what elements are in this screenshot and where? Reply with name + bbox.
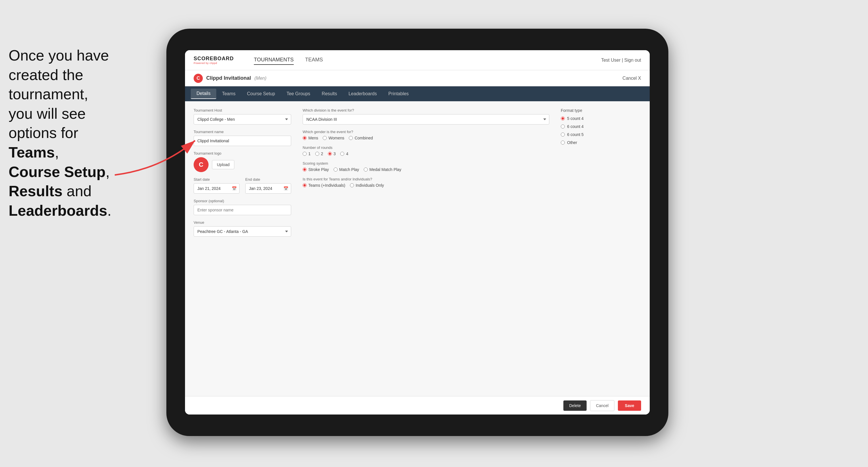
calendar-icon-end: 📅 xyxy=(283,186,288,191)
tab-printables[interactable]: Printables xyxy=(383,89,414,99)
end-date-field: End date 📅 xyxy=(245,177,291,194)
tournament-host-select[interactable]: Clippd College - Men xyxy=(194,114,291,124)
scoring-medal[interactable]: Medal Match Play xyxy=(364,167,401,172)
division-select[interactable]: NCAA Division III xyxy=(303,114,549,124)
col-right: Format type 5 count 4 6 count 4 6 count … xyxy=(561,108,641,389)
delete-button[interactable]: Delete xyxy=(563,400,586,411)
tournament-host-label: Tournament Host xyxy=(194,108,291,113)
teams-individuals[interactable]: Teams (+Individuals) xyxy=(303,183,345,188)
format-6count5[interactable]: 6 count 5 xyxy=(561,132,641,137)
gender-label: Which gender is the event for? xyxy=(303,130,549,134)
venue-select[interactable]: Peachtree GC - Atlanta - GA xyxy=(194,226,291,237)
tab-course-setup[interactable]: Course Setup xyxy=(241,89,281,99)
format-type-label: Format type xyxy=(561,108,641,113)
intro-text: Once you have created the tournament, yo… xyxy=(0,40,138,226)
end-date-wrap: 📅 xyxy=(245,183,291,194)
upload-button[interactable]: Upload xyxy=(212,160,235,169)
format-other[interactable]: Other xyxy=(561,140,641,145)
col-middle: Which division is the event for? NCAA Di… xyxy=(303,108,549,389)
col-left: Tournament Host Clippd College - Men Tou… xyxy=(194,108,291,389)
rounds-4[interactable]: 4 xyxy=(340,152,348,156)
gender-radio-group: Mens Womens Combined xyxy=(303,136,549,140)
save-button[interactable]: Save xyxy=(618,400,641,411)
tournament-logo-field: Tournament logo C Upload xyxy=(194,151,291,172)
start-date-wrap: 📅 xyxy=(194,183,240,194)
rounds-3[interactable]: 3 xyxy=(328,152,336,156)
top-nav: SCOREBOARD Powered by clippd TOURNAMENTS… xyxy=(185,50,650,70)
format-6count4[interactable]: 6 count 4 xyxy=(561,124,641,129)
start-date-label: Start date xyxy=(194,177,240,182)
format-5count4[interactable]: 5 count 4 xyxy=(561,116,641,121)
scoring-field: Scoring system Stroke Play Match Play Me… xyxy=(303,161,549,172)
sponsor-label: Sponsor (optional) xyxy=(194,199,291,203)
user-area[interactable]: Test User | Sign out xyxy=(601,58,641,63)
tablet-screen: SCOREBOARD Powered by clippd TOURNAMENTS… xyxy=(185,50,650,414)
tournament-name-input[interactable] xyxy=(194,136,291,146)
division-field: Which division is the event for? NCAA Di… xyxy=(303,108,549,124)
action-bar: Delete Cancel Save xyxy=(185,396,650,414)
end-date-label: End date xyxy=(245,177,291,182)
team-individual-field: Is this event for Teams and/or Individua… xyxy=(303,177,549,188)
logo-upload-area: C Upload xyxy=(194,157,291,172)
tournament-name-label: Tournament name xyxy=(194,130,291,134)
cancel-x-button[interactable]: Cancel X xyxy=(622,76,641,81)
tab-tee-groups[interactable]: Tee Groups xyxy=(281,89,316,99)
venue-label: Venue xyxy=(194,220,291,225)
nav-tournaments[interactable]: TOURNAMENTS xyxy=(254,55,294,65)
gender-womens[interactable]: Womens xyxy=(323,136,344,140)
sub-header: C Clippd Invitational (Men) Cancel X xyxy=(185,70,650,86)
sponsor-field: Sponsor (optional) xyxy=(194,199,291,215)
scoring-match[interactable]: Match Play xyxy=(334,167,359,172)
division-label: Which division is the event for? xyxy=(303,108,549,113)
scoring-label: Scoring system xyxy=(303,161,549,165)
calendar-icon: 📅 xyxy=(232,186,237,191)
form-area: Tournament Host Clippd College - Men Tou… xyxy=(185,101,650,396)
rounds-field: Number of rounds 1 2 3 xyxy=(303,146,549,156)
gender-combined[interactable]: Combined xyxy=(349,136,373,140)
cancel-button[interactable]: Cancel xyxy=(590,400,615,411)
tab-details[interactable]: Details xyxy=(191,89,216,99)
sponsor-input[interactable] xyxy=(194,205,291,215)
tab-results[interactable]: Results xyxy=(316,89,343,99)
gender-field: Which gender is the event for? Mens Wome… xyxy=(303,130,549,140)
individuals-only[interactable]: Individuals Only xyxy=(350,183,384,188)
tournament-icon: C xyxy=(194,74,203,83)
venue-field: Venue Peachtree GC - Atlanta - GA xyxy=(194,220,291,237)
tournament-name-field: Tournament name xyxy=(194,130,291,146)
rounds-radio-group: 1 2 3 4 xyxy=(303,152,549,156)
scoring-stroke[interactable]: Stroke Play xyxy=(303,167,329,172)
scoring-radio-group: Stroke Play Match Play Medal Match Play xyxy=(303,167,549,172)
tournament-name: Clippd Invitational xyxy=(206,75,251,81)
team-individual-radio-group: Teams (+Individuals) Individuals Only xyxy=(303,183,549,188)
main-content: Tournament Host Clippd College - Men Tou… xyxy=(185,101,650,414)
logo-circle: C xyxy=(194,157,209,172)
tournament-logo-label: Tournament logo xyxy=(194,151,291,155)
rounds-2[interactable]: 2 xyxy=(315,152,323,156)
start-date-field: Start date 📅 xyxy=(194,177,240,194)
tournament-type: (Men) xyxy=(254,76,267,81)
tab-teams[interactable]: Teams xyxy=(216,89,241,99)
tab-leaderboards[interactable]: Leaderboards xyxy=(343,89,383,99)
rounds-1[interactable]: 1 xyxy=(303,152,311,156)
tab-bar: Details Teams Course Setup Tee Groups Re… xyxy=(185,86,650,101)
tournament-host-field: Tournament Host Clippd College - Men xyxy=(194,108,291,124)
team-individual-label: Is this event for Teams and/or Individua… xyxy=(303,177,549,181)
main-nav: TOURNAMENTS TEAMS xyxy=(254,55,323,65)
date-row: Start date 📅 End date 📅 xyxy=(194,177,291,194)
nav-teams[interactable]: TEAMS xyxy=(305,55,323,65)
tablet-frame: SCOREBOARD Powered by clippd TOURNAMENTS… xyxy=(166,29,669,436)
gender-mens[interactable]: Mens xyxy=(303,136,318,140)
rounds-label: Number of rounds xyxy=(303,146,549,150)
logo: SCOREBOARD Powered by clippd xyxy=(194,56,234,65)
tournament-title-bar: C Clippd Invitational (Men) xyxy=(194,74,267,83)
